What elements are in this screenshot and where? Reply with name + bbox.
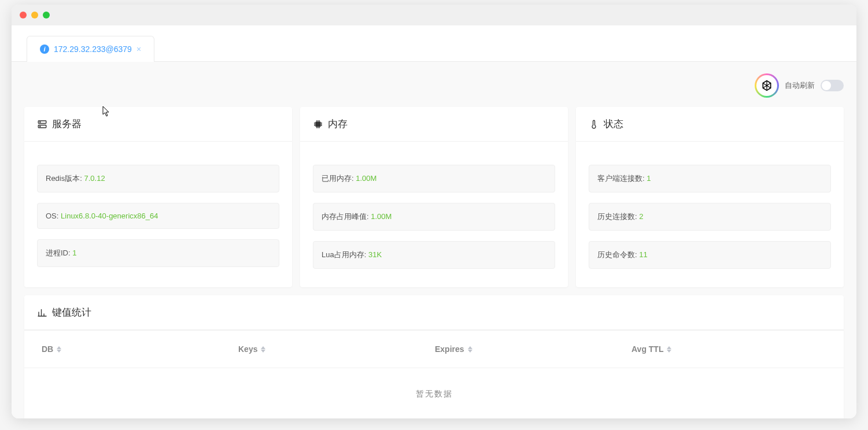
stat-used-memory: 已用内存: 1.00M — [313, 165, 555, 192]
auto-refresh-toggle[interactable] — [821, 80, 844, 91]
stat-lua-memory: Lua占用内存: 31K — [313, 241, 555, 269]
svg-point-3 — [40, 126, 40, 127]
stat-label: 进程ID: — [46, 249, 71, 257]
info-icon: i — [40, 45, 49, 54]
column-header-avg-ttl[interactable]: Avg TTL — [631, 344, 826, 354]
stat-value: 7.0.12 — [84, 174, 105, 183]
stat-os: OS: Linux6.8.0-40-genericx86_64 — [37, 203, 279, 229]
stat-label: Lua占用内存: — [322, 250, 366, 259]
memory-card-header: 内存 — [300, 107, 568, 142]
window-minimize-button[interactable] — [31, 12, 38, 18]
stat-label: 历史连接数: — [597, 212, 637, 221]
stat-label: 内存占用峰值: — [322, 212, 369, 221]
stat-label: 历史命令数: — [597, 250, 637, 259]
auto-refresh-label: 自动刷新 — [785, 80, 815, 91]
sort-icon — [261, 345, 267, 353]
stat-redis-version: Redis版本: 7.0.12 — [37, 165, 279, 192]
table-empty-state: 暂无数据 — [24, 368, 844, 418]
server-card-header: 服务器 — [24, 107, 292, 142]
app-logo — [755, 73, 779, 98]
titlebar — [12, 5, 856, 25]
stat-label: OS: — [46, 212, 58, 220]
window-zoom-button[interactable] — [43, 12, 50, 18]
server-icon — [37, 119, 47, 129]
app-window: i 172.29.32.233@6379 × 自动刷新 — [12, 5, 856, 418]
status-card: 状态 客户端连接数: 1 历史连接数: 2 历史命令数: 11 — [576, 107, 844, 287]
stat-value: 1.00M — [371, 212, 391, 221]
stat-value: 1 — [647, 174, 651, 183]
memory-card-title: 内存 — [328, 117, 348, 131]
svg-rect-4 — [316, 121, 321, 127]
memory-card: 内存 已用内存: 1.00M 内存占用峰值: 1.00M Lua占用内存: 31… — [300, 107, 568, 287]
top-controls: 自动刷新 — [24, 68, 844, 107]
stat-total-commands: 历史命令数: 11 — [589, 241, 831, 269]
table-header-row: DB Keys Expires Avg TTL — [24, 330, 844, 368]
window-close-button[interactable] — [20, 12, 27, 18]
stat-value: 31K — [368, 250, 382, 259]
status-card-header: 状态 — [576, 107, 844, 142]
stat-value: 1.00M — [356, 174, 376, 183]
column-header-keys[interactable]: Keys — [238, 344, 435, 354]
stat-value: 1 — [72, 249, 76, 257]
content-area: 自动刷新 服务器 Redis版本: 7.0.12 — [12, 62, 856, 418]
keyspace-card-title: 键值统计 — [52, 306, 91, 319]
thermometer-icon — [589, 119, 599, 129]
keyspace-card-header: 键值统计 — [24, 295, 844, 330]
memory-icon — [313, 119, 323, 129]
stat-value: 2 — [639, 212, 643, 221]
stat-value: Linux6.8.0-40-genericx86_64 — [61, 212, 158, 220]
tab-close-button[interactable]: × — [136, 45, 141, 54]
keyspace-card: 键值统计 DB Keys Expires Avg TTL — [24, 295, 844, 418]
bar-chart-icon — [37, 307, 47, 318]
stat-label: 客户端连接数: — [597, 174, 645, 183]
stat-client-connections: 客户端连接数: 1 — [589, 165, 831, 192]
column-header-db[interactable]: DB — [42, 344, 238, 354]
connection-tab[interactable]: i 172.29.32.233@6379 × — [27, 36, 154, 62]
stat-peak-memory: 内存占用峰值: 1.00M — [313, 203, 555, 231]
info-cards-row: 服务器 Redis版本: 7.0.12 OS: Linux6.8.0-40-ge… — [24, 107, 844, 287]
server-card: 服务器 Redis版本: 7.0.12 OS: Linux6.8.0-40-ge… — [24, 107, 292, 287]
sort-icon — [667, 345, 673, 353]
stat-process-id: 进程ID: 1 — [37, 239, 279, 267]
svg-point-2 — [40, 121, 40, 122]
tabbar: i 172.29.32.233@6379 × — [12, 25, 856, 62]
stat-value: 11 — [639, 250, 647, 259]
stat-total-connections: 历史连接数: 2 — [589, 203, 831, 231]
tab-title: 172.29.32.233@6379 — [54, 45, 132, 54]
sort-icon — [57, 345, 62, 353]
stat-label: Redis版本: — [46, 174, 82, 183]
stat-label: 已用内存: — [322, 174, 354, 183]
sort-icon — [468, 345, 474, 353]
column-header-expires[interactable]: Expires — [435, 344, 631, 354]
server-card-title: 服务器 — [52, 117, 82, 131]
logo-icon — [761, 80, 773, 91]
status-card-title: 状态 — [604, 117, 623, 131]
